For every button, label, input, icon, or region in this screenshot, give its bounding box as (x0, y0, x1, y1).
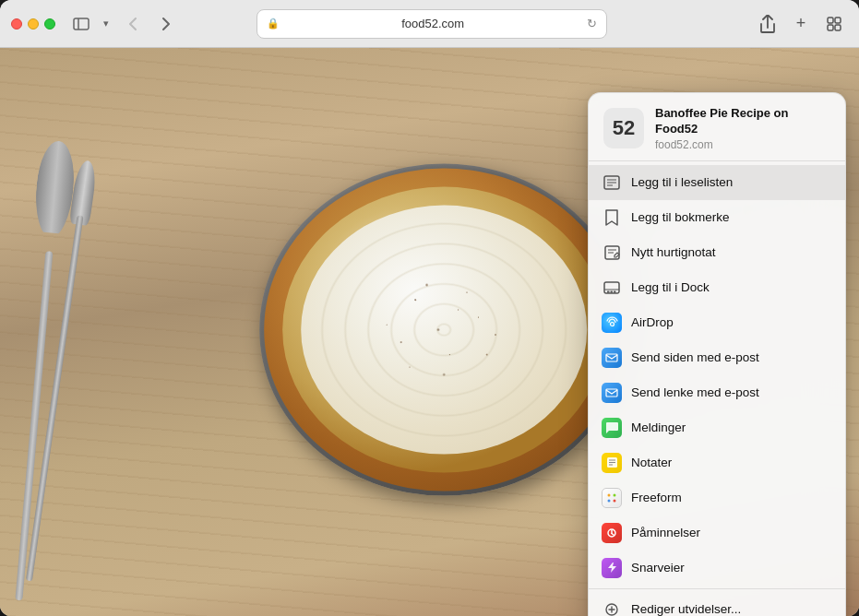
quick-note-icon (602, 243, 622, 263)
svg-rect-0 (74, 18, 89, 30)
svg-rect-4 (828, 25, 833, 30)
menu-item-messages[interactable]: Meldinger (589, 410, 845, 445)
notes-app-icon (602, 453, 622, 473)
tab-overview-button[interactable] (820, 10, 848, 38)
svg-rect-3 (835, 18, 841, 23)
refresh-icon[interactable]: ↻ (587, 17, 597, 30)
site-info: Banoffee Pie Recipe on Food52 food52.com (655, 106, 830, 151)
sidebar-chevron-icon: ▾ (103, 18, 109, 30)
site-url: food52.com (655, 138, 830, 151)
svg-rect-5 (835, 25, 841, 30)
toolbar: ▾ 🔒 food52.com ↻ + (0, 0, 859, 48)
maximize-button[interactable] (44, 18, 55, 30)
menu-divider (589, 588, 845, 589)
svg-rect-16 (611, 290, 614, 292)
svg-rect-15 (607, 290, 610, 292)
reminders-label: Påminnelser (631, 526, 700, 539)
forward-button[interactable] (153, 11, 179, 37)
menu-item-notes[interactable]: Notater (589, 445, 845, 480)
menu-item-quick-note[interactable]: Nytt hurtignotat (589, 235, 845, 270)
messages-icon (602, 418, 622, 438)
pie-dish (259, 164, 628, 496)
freeform-label: Freeform (631, 491, 682, 504)
browser-window: ▾ 🔒 food52.com ↻ + (0, 0, 859, 616)
reading-list-label: Legg til i leselisten (631, 175, 733, 189)
svg-point-25 (608, 493, 611, 496)
close-button[interactable] (11, 18, 22, 30)
site-title: Banoffee Pie Recipe on Food52 (655, 106, 830, 137)
bookmark-icon (602, 207, 622, 228)
share-popup: 52 Banoffee Pie Recipe on Food52 food52.… (588, 92, 846, 616)
dock-icon (602, 278, 622, 298)
quick-note-label: Nytt hurtignotat (631, 245, 716, 259)
airdrop-label: AirDrop (631, 315, 674, 329)
shortcuts-icon (602, 558, 622, 578)
share-button[interactable] (754, 10, 781, 38)
page-content: 52 Banoffee Pie Recipe on Food52 food52.… (0, 48, 859, 616)
menu-item-airdrop[interactable]: AirDrop (589, 305, 845, 340)
svg-point-18 (610, 323, 614, 326)
menu-item-freeform[interactable]: Freeform (589, 480, 845, 515)
airdrop-icon (602, 313, 622, 333)
svg-point-27 (608, 499, 611, 502)
freeform-app-icon (602, 488, 622, 508)
freeform-icon (602, 488, 622, 508)
menu-item-shortcuts[interactable]: Snarveier (589, 551, 845, 586)
menu-item-edit-extensions[interactable]: Rediger utvidelser... (589, 592, 845, 616)
dock-label: Legg til i Dock (631, 280, 710, 294)
messages-app-icon (602, 418, 622, 438)
new-tab-button[interactable]: + (787, 10, 815, 38)
url-text: food52.com (285, 17, 581, 30)
mail-page-icon (602, 348, 622, 368)
notes-icon (602, 453, 622, 473)
svg-line-31 (612, 533, 614, 535)
mail-page-label: Send siden med e-post (631, 350, 759, 364)
svg-rect-2 (828, 18, 833, 23)
menu-item-mail-link[interactable]: Send lenke med e-post (589, 375, 845, 410)
menu-item-bookmark[interactable]: Legg til bokmerke (589, 200, 845, 235)
shortcuts-app-icon (602, 558, 622, 578)
edit-extensions-icon (602, 599, 622, 616)
svg-point-26 (614, 493, 616, 496)
menu-item-reminders[interactable]: Påminnelser (589, 515, 845, 551)
reminders-app-icon (602, 523, 622, 543)
reading-list-icon (602, 172, 622, 193)
site-logo: 52 (603, 108, 644, 148)
back-button[interactable] (120, 11, 146, 37)
notes-label: Notater (631, 456, 672, 469)
mail-app-icon (602, 348, 622, 368)
reminders-icon (602, 523, 622, 543)
cream-filling (301, 206, 587, 455)
shortcuts-label: Snarveier (631, 561, 685, 575)
lock-icon: 🔒 (267, 18, 280, 30)
mail-link-icon (602, 383, 622, 403)
menu-item-dock[interactable]: Legg til i Dock (589, 270, 845, 305)
address-bar[interactable]: 🔒 food52.com ↻ (257, 9, 607, 39)
menu-item-mail-page[interactable]: Send siden med e-post (589, 340, 845, 375)
svg-rect-19 (606, 354, 617, 361)
svg-point-28 (614, 499, 616, 502)
airdrop-app-icon (602, 313, 622, 333)
sidebar-toggle-button[interactable] (68, 14, 94, 34)
popup-menu: Legg til i leselisten Legg til bokmerke (589, 161, 845, 616)
mail-link-app-icon (602, 383, 622, 403)
minimize-button[interactable] (28, 18, 39, 30)
popup-site-header: 52 Banoffee Pie Recipe on Food52 food52.… (589, 93, 845, 161)
bookmark-label: Legg til bokmerke (631, 210, 730, 224)
traffic-lights (11, 18, 55, 30)
menu-item-reading-list[interactable]: Legg til i leselisten (589, 165, 845, 200)
mail-link-label: Send lenke med e-post (631, 385, 759, 399)
messages-label: Meldinger (631, 421, 686, 434)
svg-rect-17 (614, 290, 616, 292)
svg-rect-20 (606, 389, 617, 397)
toolbar-right: + (754, 10, 848, 38)
edit-extensions-label: Rediger utvidelser... (631, 602, 741, 616)
cocoa-dust (301, 206, 587, 455)
